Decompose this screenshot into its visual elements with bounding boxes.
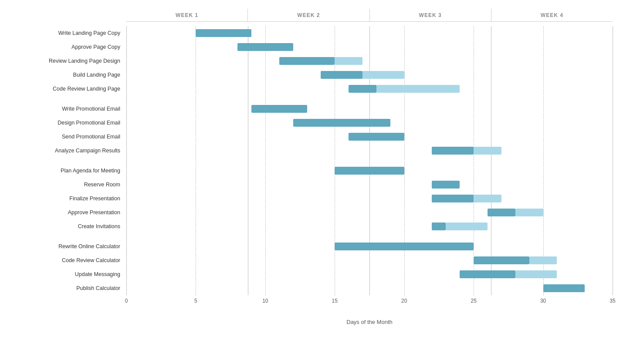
x-tick: 5: [194, 298, 197, 304]
task-name: Rewrite Online Calculator: [9, 243, 126, 249]
task-bar-area: [126, 192, 613, 206]
task-row: Reserve Room: [9, 178, 613, 192]
task-bar-area: [126, 239, 613, 253]
x-tick: 0: [125, 298, 128, 304]
task-bar-dark: [335, 243, 474, 250]
task-bar-dark: [349, 133, 404, 141]
task-bar-area: [126, 68, 613, 82]
task-row: Design Promotional Email: [9, 116, 613, 130]
task-bar-dark: [349, 85, 376, 93]
task-name: Publish Calculator: [9, 285, 126, 291]
task-row: Approve Presentation: [9, 206, 613, 219]
task-name: Write Promotional Email: [9, 106, 126, 112]
x-axis: 05101520253035: [126, 298, 613, 307]
task-row: Update Messaging: [9, 267, 613, 281]
task-row: Approve Page Copy: [9, 40, 613, 54]
task-bar-dark: [460, 270, 515, 278]
task-row: Code Review Landing Page: [9, 82, 613, 96]
task-row: Write Promotional Email: [9, 102, 613, 116]
week-header: WEEK 1WEEK 2WEEK 3WEEK 4: [126, 9, 613, 22]
task-bar-dark: [293, 119, 390, 127]
task-bar-dark: [335, 167, 404, 175]
task-bar-area: [126, 164, 613, 178]
task-row: Rewrite Online Calculator: [9, 239, 613, 253]
task-bar-area: [126, 82, 613, 96]
task-row: Publish Calculator: [9, 281, 613, 295]
task-bar-light: [362, 71, 404, 79]
task-bar-light: [474, 195, 501, 202]
task-name: Approve Page Copy: [9, 44, 126, 50]
task-bar-dark: [432, 147, 474, 155]
task-bar-area: [126, 267, 613, 281]
x-tick: 20: [401, 298, 407, 304]
task-bar-dark: [474, 256, 529, 264]
task-bar-light: [515, 209, 543, 216]
task-bar-area: [126, 178, 613, 192]
task-bar-area: [126, 26, 613, 40]
x-tick: 30: [540, 298, 546, 304]
task-bar-dark: [196, 29, 251, 37]
task-name: Update Messaging: [9, 271, 126, 277]
x-axis-label: Days of the Month: [126, 319, 613, 325]
task-row: Create Invitations: [9, 219, 613, 233]
task-bar-dark: [251, 105, 307, 113]
task-bar-area: [126, 102, 613, 116]
task-name: Design Promotional Email: [9, 120, 126, 126]
task-name: Send Promotional Email: [9, 134, 126, 140]
week-label-1: WEEK 1: [126, 9, 248, 21]
task-bar-area: [126, 253, 613, 267]
task-row: Analyze Campaign Results: [9, 144, 613, 158]
x-tick: 10: [262, 298, 268, 304]
task-bar-area: [126, 206, 613, 219]
task-bar-dark: [432, 222, 446, 230]
task-bar-dark: [279, 57, 335, 65]
task-bar-dark: [488, 209, 515, 216]
task-row: Finalize Presentation: [9, 192, 613, 206]
task-row: Plan Agenda for Meeting: [9, 164, 613, 178]
task-name: Build Landing Page: [9, 72, 126, 78]
task-name: Finalize Presentation: [9, 195, 126, 202]
task-row: Review Landing Page Design: [9, 54, 613, 68]
week-label-3: WEEK 3: [370, 9, 491, 21]
week-label-4: WEEK 4: [491, 9, 613, 21]
task-bar-area: [126, 130, 613, 144]
task-bar-area: [126, 281, 613, 295]
task-name: Reserve Room: [9, 182, 126, 188]
task-bar-light: [335, 57, 362, 65]
task-bar-dark: [432, 195, 474, 202]
task-name: Approve Presentation: [9, 209, 126, 216]
task-name: Create Invitations: [9, 223, 126, 229]
task-bar-area: [126, 144, 613, 158]
task-bar-dark: [321, 71, 362, 79]
task-row: Send Promotional Email: [9, 130, 613, 144]
task-bar-area: [126, 54, 613, 68]
task-row: Code Review Calculator: [9, 253, 613, 267]
task-name: Review Landing Page Design: [9, 58, 126, 64]
task-bar-dark: [237, 43, 293, 51]
task-name: Analyze Campaign Results: [9, 148, 126, 154]
task-bar-light: [529, 256, 557, 264]
task-bar-light: [474, 147, 501, 155]
gantt-chart: WEEK 1WEEK 2WEEK 3WEEK 4 Write Landing P…: [0, 0, 630, 364]
task-bar-area: [126, 219, 613, 233]
task-bar-light: [376, 85, 460, 93]
week-label-2: WEEK 2: [248, 9, 369, 21]
task-name: Write Landing Page Copy: [9, 30, 126, 36]
task-row: Write Landing Page Copy: [9, 26, 613, 40]
task-name: Code Review Landing Page: [9, 86, 126, 92]
x-tick: 15: [332, 298, 338, 304]
task-bar-light: [446, 222, 488, 230]
task-bar-area: [126, 116, 613, 130]
x-tick: 35: [610, 298, 615, 304]
task-name: Plan Agenda for Meeting: [9, 168, 126, 174]
task-row: Build Landing Page: [9, 68, 613, 82]
task-bar-dark: [543, 284, 585, 292]
task-name: Code Review Calculator: [9, 257, 126, 263]
task-bar-dark: [432, 181, 460, 189]
x-tick: 25: [471, 298, 476, 304]
task-bar-area: [126, 40, 613, 54]
task-bar-light: [515, 270, 557, 278]
chart-main: Write Landing Page CopyApprove Page Copy…: [9, 26, 613, 295]
